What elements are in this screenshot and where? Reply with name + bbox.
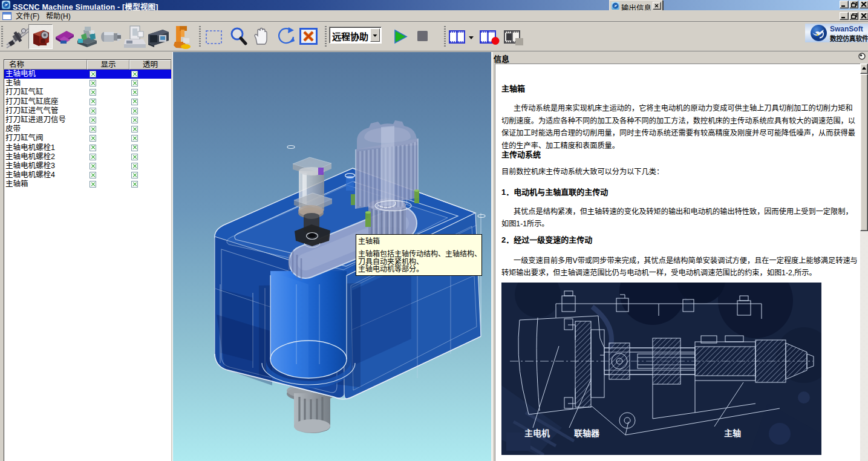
svg-text:主轴: 主轴 — [724, 427, 741, 439]
svg-text:主电机: 主电机 — [524, 427, 550, 439]
svg-text:联轴器: 联轴器 — [574, 427, 600, 439]
